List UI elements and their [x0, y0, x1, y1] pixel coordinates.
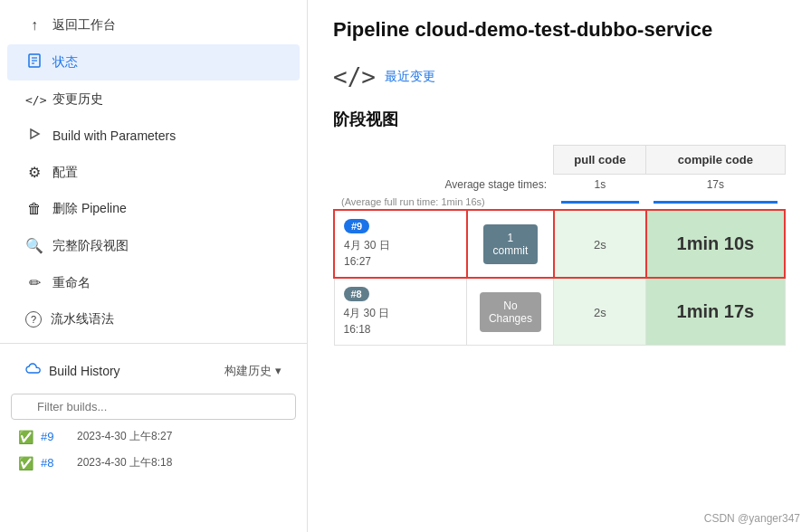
build-date-info-9: 4月 30 日16:27 — [344, 237, 457, 270]
commit-badge-8: NoChanges — [480, 292, 541, 332]
sidebar-rename-label: 重命名 — [52, 275, 91, 291]
watermark: CSDN @yanger347 — [704, 512, 800, 525]
sidebar-delete-label: 删除 Pipeline — [52, 201, 127, 217]
play-icon — [25, 128, 43, 144]
check-icon-8: ✅ — [18, 456, 33, 470]
blue-bar-compile — [654, 201, 778, 204]
build-date-8: 2023-4-30 上午8:18 — [77, 455, 172, 470]
stage-header-row: pull code compile code — [334, 146, 785, 175]
chevron-down-icon: ▾ — [275, 364, 281, 377]
sidebar-item-status[interactable]: 状态 — [7, 44, 300, 81]
sidebar-item-settings[interactable]: ⚙ 配置 — [7, 155, 300, 190]
build-row-9[interactable]: #9 4月 30 日16:27 1commit 2s — [334, 210, 785, 278]
check-icon-9: ✅ — [18, 430, 33, 444]
page-title: Pipeline cloud-demo-test-dubbo-service — [333, 18, 786, 42]
sidebar-item-pipeline-syntax[interactable]: ? 流水线语法 — [7, 302, 300, 337]
recent-changes-row: </> 最近变更 — [333, 63, 786, 90]
edit-icon: ✏ — [25, 274, 43, 291]
stage-pull-9: 2s — [554, 210, 646, 278]
sidebar-change-history-label: 变更历史 — [52, 91, 103, 108]
sidebar-settings-label: 配置 — [52, 165, 78, 181]
sidebar-status-label: 状态 — [52, 54, 78, 71]
build-history-header: Build History 构建历史 ▾ — [7, 353, 300, 388]
build-num-8: #8 — [41, 456, 70, 470]
build-num-9: #9 — [41, 430, 70, 443]
sidebar-item-rename[interactable]: ✏ 重命名 — [7, 265, 300, 300]
stage-header-pull-code: pull code — [554, 146, 646, 175]
avg-pull-code: 1s — [554, 175, 646, 195]
avg-compile-code: 17s — [646, 175, 785, 195]
stage-table-wrap: pull code compile code Average stage tim… — [333, 145, 786, 346]
stage-pull-time-8: 2s — [579, 299, 621, 327]
commit-badge-9: 1commit — [483, 224, 538, 264]
commit-cell-9: 1commit — [467, 210, 554, 278]
filter-builds-input[interactable] — [11, 394, 296, 420]
question-icon: ? — [25, 311, 42, 328]
avg-times-row: Average stage times: 1s 17s — [334, 175, 785, 195]
trash-icon: 🗑 — [25, 201, 43, 217]
blue-bar-pull — [561, 201, 639, 204]
stage-view-title: 阶段视图 — [333, 109, 786, 130]
cloud-icon — [25, 362, 42, 379]
stage-compile-time-8: 1min 17s — [646, 285, 784, 338]
gear-icon: ⚙ — [25, 164, 43, 181]
sidebar-item-change-history[interactable]: </> 变更历史 — [7, 82, 300, 117]
stage-header-compile-code: compile code — [646, 146, 785, 175]
stage-compile-8: 1min 17s — [646, 278, 785, 346]
document-icon — [25, 53, 43, 71]
build-date-info-8: 4月 30 日16:18 — [344, 305, 458, 337]
build-badge-9: #9 — [344, 219, 369, 233]
build-date-9: 2023-4-30 上午8:27 — [77, 429, 172, 444]
main-code-icon: </> — [333, 63, 376, 90]
build-history-label: Build History — [49, 364, 120, 378]
build-list-item-9[interactable]: ✅ #9 2023-4-30 上午8:27 — [0, 423, 307, 450]
svg-marker-4 — [31, 129, 39, 138]
build-history-sub-label: 构建历史 — [224, 363, 272, 379]
code-icon: </> — [25, 93, 43, 107]
filter-input-container: 🔍 — [0, 390, 307, 423]
sidebar: ↑ 返回工作台 状态 </> 变更历史 Build with Parameter… — [0, 0, 308, 532]
stage-table: pull code compile code Average stage tim… — [333, 145, 786, 346]
sidebar-pipeline-syntax-label: 流水线语法 — [51, 311, 114, 328]
sidebar-item-full-stage-view[interactable]: 🔍 完整阶段视图 — [7, 228, 300, 263]
back-icon: ↑ — [25, 17, 43, 33]
recent-changes-link[interactable]: 最近变更 — [385, 69, 435, 85]
search-icon: 🔍 — [25, 237, 43, 254]
commit-cell-8: NoChanges — [467, 278, 554, 346]
full-run-row: (Average full run time: 1min 16s) — [334, 195, 785, 210]
build-history-left: Build History — [25, 362, 120, 379]
build-row-8[interactable]: #8 4月 30 日16:18 NoChanges 2s — [334, 278, 785, 346]
stage-compile-9: 1min 10s — [646, 210, 785, 278]
sidebar-item-back[interactable]: ↑ 返回工作台 — [7, 8, 300, 43]
main-content: Pipeline cloud-demo-test-dubbo-service <… — [308, 0, 811, 532]
divider — [0, 343, 307, 344]
avg-label: Average stage times: — [334, 175, 554, 195]
build-history-dropdown[interactable]: 构建历史 ▾ — [224, 363, 281, 379]
build-info-9: #9 4月 30 日16:27 — [334, 210, 467, 278]
sidebar-item-delete-pipeline[interactable]: 🗑 删除 Pipeline — [7, 192, 300, 226]
sidebar-back-label: 返回工作台 — [52, 17, 116, 33]
build-list-item-8[interactable]: ✅ #8 2023-4-30 上午8:18 — [0, 450, 307, 476]
sidebar-item-build-with-params[interactable]: Build with Parameters — [7, 119, 300, 153]
build-badge-8: #8 — [344, 287, 369, 301]
full-run-label: (Average full run time: 1min 16s) — [334, 195, 554, 210]
stage-compile-time-9: 1min 10s — [647, 217, 784, 271]
sidebar-build-params-label: Build with Parameters — [52, 128, 176, 143]
build-info-8: #8 4月 30 日16:18 — [334, 278, 467, 346]
stage-pull-8: 2s — [554, 278, 646, 346]
stage-pull-time-9: 2s — [579, 231, 621, 259]
sidebar-full-stage-label: 完整阶段视图 — [52, 238, 129, 254]
